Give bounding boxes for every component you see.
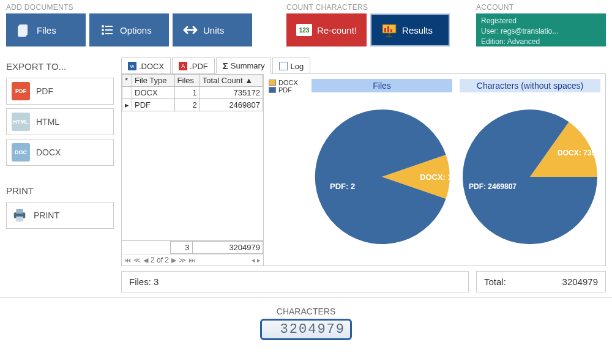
counter-icon: 123	[296, 22, 312, 38]
col-file-type[interactable]: File Type	[132, 75, 175, 87]
nav-prev-icon[interactable]: ◀	[143, 256, 148, 264]
group-label-count: COUNT CHARACTERS	[286, 3, 476, 12]
legend-docx: DOCX	[278, 79, 298, 86]
units-button[interactable]: Units	[173, 13, 252, 46]
col-marker[interactable]: *	[122, 75, 132, 87]
export-docx-button[interactable]: DOC DOCX	[6, 139, 114, 166]
summary-total-box: Total: 3204979	[476, 271, 606, 292]
footer-files: 3	[170, 242, 192, 254]
grid-spacer	[122, 111, 263, 241]
pie-chars-svg: DOCX: 735172 PDF: 2469807	[460, 97, 600, 244]
tab-log-label: Log	[290, 62, 304, 71]
export-heading: EXPORT TO...	[6, 61, 114, 72]
svg-rect-17	[16, 209, 23, 214]
svg-point-6	[102, 32, 104, 35]
svg-rect-18	[16, 217, 23, 221]
pdf-file-icon: PDF	[12, 82, 30, 100]
list-icon	[99, 22, 115, 38]
row-total: 2469807	[200, 99, 263, 111]
nav-position: 2 of 2	[151, 256, 169, 264]
tab-summary[interactable]: Σ Summary	[216, 58, 272, 74]
center-column: w .DOCX A .PDF Σ Summary Log *	[121, 58, 606, 292]
sigma-icon: Σ	[223, 61, 228, 71]
tab-pdf-label: .PDF	[190, 62, 208, 71]
main-row: EXPORT TO... PDF PDF HTML HTML DOC DOCX …	[0, 58, 612, 292]
options-button[interactable]: Options	[89, 13, 169, 46]
pdf-icon: A	[179, 62, 187, 70]
nav-last-icon[interactable]: ⏭	[188, 256, 195, 264]
recount-button-label: Re-count!	[317, 25, 357, 35]
svg-point-4	[102, 29, 104, 31]
footer-total: 3204979	[192, 242, 263, 254]
recount-button[interactable]: 123 Re-count!	[286, 13, 367, 46]
group-account: ACCOUNT Registered User: regs@translatio…	[476, 3, 606, 46]
grid-navigator: ⏮ ≪ ◀ 2 of 2 ▶ ≫ ⏭ ◂ ▸	[122, 254, 263, 266]
tabs: w .DOCX A .PDF Σ Summary Log	[121, 58, 606, 74]
account-box[interactable]: Registered User: regs@translatio... Edit…	[476, 13, 606, 46]
col-files[interactable]: Files	[174, 75, 200, 87]
units-button-label: Units	[203, 25, 224, 35]
printer-icon	[12, 207, 28, 223]
account-line1: Registered	[481, 16, 601, 26]
nav-next-page-icon[interactable]: ≫	[179, 256, 186, 264]
nav-scroll-right-icon[interactable]: ▸	[257, 256, 261, 264]
svg-text:123: 123	[299, 27, 310, 34]
chart-files: Files	[312, 79, 452, 97]
swatch-pdf	[269, 87, 276, 93]
log-icon	[279, 62, 288, 70]
swatch-docx	[269, 80, 276, 86]
grid-footer: 3 3204979	[122, 241, 263, 254]
svg-point-2	[102, 25, 104, 28]
svg-rect-3	[105, 26, 113, 27]
tab-pdf[interactable]: A .PDF	[172, 58, 215, 74]
export-html-button[interactable]: HTML HTML	[6, 108, 114, 135]
nav-next-icon[interactable]: ▶	[171, 256, 176, 264]
chart-files-title: Files	[312, 79, 452, 92]
charts-area: DOCX PDF Files Characters (without space…	[264, 74, 605, 266]
print-button[interactable]: PRINT	[6, 202, 114, 229]
summary-files-value: 3	[154, 277, 159, 287]
chart-chars-title: Characters (without spaces)	[460, 79, 600, 92]
options-button-label: Options	[120, 25, 152, 35]
svg-rect-7	[105, 33, 113, 34]
results-button-label: Results	[402, 25, 433, 35]
units-icon	[182, 22, 198, 38]
row-marker: ▸	[122, 99, 132, 111]
pie-files-svg: DOCX: 1 PDF: 2	[312, 97, 452, 244]
counter-label: CHARACTERS	[0, 306, 612, 316]
nav-first-icon[interactable]: ⏮	[124, 256, 131, 264]
pie-files: DOCX: 1 PDF: 2	[312, 97, 452, 261]
account-line2: User: regs@translatio...	[481, 26, 601, 37]
docx-icon: w	[128, 62, 136, 70]
grid-area: * File Type Files Total Count ▲ DOCX 1 7…	[122, 74, 264, 266]
export-docx-label: DOCX	[36, 147, 61, 157]
print-heading: PRINT	[6, 185, 114, 196]
results-button[interactable]: Results	[370, 13, 450, 46]
files-button-label: Files	[37, 25, 56, 35]
docx-file-icon: DOC	[12, 143, 30, 162]
export-pdf-label: PDF	[36, 86, 53, 96]
col-total[interactable]: Total Count ▲	[200, 75, 263, 87]
row-type: DOCX	[132, 87, 175, 99]
group-label-add: ADD DOCUMENTS	[6, 3, 286, 12]
tab-log[interactable]: Log	[272, 58, 310, 74]
account-line3: Edition: Advanced	[481, 37, 601, 47]
nav-scroll-left-icon[interactable]: ◂	[252, 256, 255, 264]
table-row[interactable]: DOCX 1 735172	[122, 87, 263, 99]
export-pdf-button[interactable]: PDF PDF	[6, 78, 114, 105]
tab-docx-label: .DOCX	[139, 62, 164, 71]
group-add-documents: ADD DOCUMENTS Files Options Units	[6, 3, 286, 46]
html-file-icon: HTML	[12, 113, 30, 131]
files-icon	[16, 22, 32, 38]
summary-files-box: Files: 3	[121, 271, 469, 292]
files-button[interactable]: Files	[6, 13, 86, 46]
slice-label-pdf: PDF: 2	[330, 182, 355, 191]
table-row[interactable]: ▸ PDF 2 2469807	[122, 99, 263, 111]
print-label: PRINT	[34, 210, 59, 220]
slice-label-docx: DOCX: 1	[420, 173, 452, 182]
summary-files-label: Files:	[129, 277, 151, 287]
summary-table[interactable]: * File Type Files Total Count ▲ DOCX 1 7…	[122, 74, 263, 111]
nav-prev-page-icon[interactable]: ≪	[133, 256, 141, 264]
tab-docx[interactable]: w .DOCX	[121, 58, 171, 74]
counter-display: 3204979	[260, 319, 352, 340]
